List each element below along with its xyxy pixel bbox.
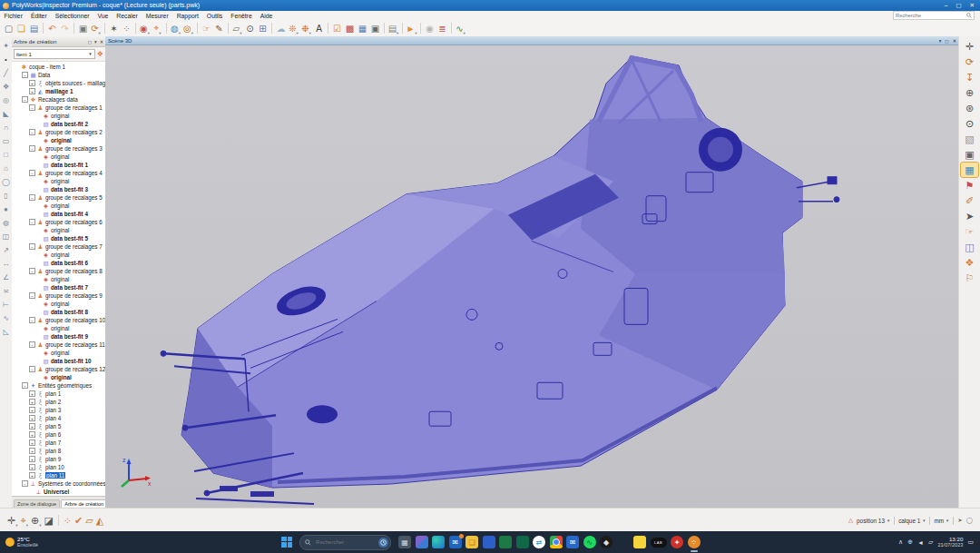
maximize-button[interactable]: ▢ bbox=[956, 2, 961, 9]
expand-toggle-icon[interactable]: + bbox=[29, 88, 35, 94]
probe-ball-icon[interactable]: ⌖▾ bbox=[20, 513, 27, 528]
menu-outils[interactable]: Outils bbox=[202, 13, 226, 19]
new-document-icon[interactable]: ▢ bbox=[3, 22, 15, 35]
refresh-icon[interactable]: ◯ bbox=[966, 517, 973, 524]
circle-tool-icon[interactable]: ◎ bbox=[1, 94, 12, 106]
item-selector[interactable]: item 1 ▼ bbox=[14, 49, 95, 59]
project-icon[interactable] bbox=[516, 536, 529, 548]
lab-app-icon[interactable]: LAB bbox=[651, 538, 667, 548]
alignment-target-icon[interactable]: ⊕▾ bbox=[31, 513, 41, 528]
tree-item[interactable]: −♟groupe de recalages 7 bbox=[12, 242, 105, 251]
visibility-eye-icon[interactable]: ⊙ bbox=[961, 116, 978, 131]
menu-editer[interactable]: Éditer bbox=[26, 13, 51, 19]
tree-item[interactable]: ◈original bbox=[12, 349, 105, 357]
distance-tool-icon[interactable]: ↔ bbox=[1, 258, 12, 270]
volume-icon[interactable]: ◄ bbox=[917, 539, 924, 546]
expand-toggle-icon[interactable]: + bbox=[29, 439, 35, 446]
network-icon[interactable]: ⊕ bbox=[907, 538, 913, 546]
widgets-icon[interactable] bbox=[416, 536, 428, 548]
edge-icon[interactable] bbox=[432, 536, 445, 548]
tree-item[interactable]: −♟groupe de recalages 12 bbox=[12, 365, 105, 373]
lasso-select-icon[interactable]: ▱▾ bbox=[231, 22, 243, 35]
validate-check-icon[interactable]: ✔ bbox=[74, 513, 83, 528]
vector-tool-icon[interactable]: ↗ bbox=[1, 244, 12, 256]
rectangle-tool-icon[interactable]: □ bbox=[1, 149, 12, 161]
tree-item[interactable]: +ξplan 2 bbox=[12, 398, 105, 406]
status-position[interactable]: position 13▼ bbox=[857, 518, 890, 524]
profile-tool-icon[interactable]: ∿ bbox=[1, 312, 12, 324]
expand-toggle-icon[interactable]: + bbox=[29, 390, 35, 397]
tree-item[interactable]: ✱coque - item 1 bbox=[12, 63, 105, 71]
collapse-toggle-icon[interactable]: − bbox=[29, 194, 35, 201]
align-axes-icon[interactable]: ✶ bbox=[108, 22, 120, 35]
tree-item[interactable]: ◈original bbox=[12, 373, 105, 381]
cylinder-tool-icon[interactable]: ▯ bbox=[1, 190, 12, 202]
tree-item[interactable]: ⟂Universel bbox=[12, 488, 105, 496]
tree-item[interactable]: −♟groupe de recalages 9 bbox=[12, 291, 105, 300]
spray-probe2-icon[interactable]: ❉▾ bbox=[300, 22, 312, 35]
undo-icon[interactable]: ↶ bbox=[46, 22, 58, 35]
chart-check-icon[interactable]: ∿▾ bbox=[455, 22, 466, 35]
tree-item[interactable]: +ξplan 4 bbox=[12, 414, 105, 422]
excel-icon[interactable] bbox=[499, 536, 512, 548]
brush-icon[interactable]: ✎ bbox=[213, 22, 225, 35]
tree-item[interactable]: ▧data best-fit 9 bbox=[12, 332, 105, 341]
black-app-icon[interactable]: ◆ bbox=[600, 536, 612, 548]
tree-item[interactable]: ▧data best-fit 6 bbox=[12, 259, 105, 267]
sphere-tool-icon[interactable]: ● bbox=[1, 203, 12, 215]
tree-item[interactable]: ◈original bbox=[12, 112, 105, 120]
tree-item[interactable]: ◈original bbox=[12, 153, 105, 161]
tree-item[interactable]: ▧data best-fit 5 bbox=[12, 234, 105, 242]
expand-toggle-icon[interactable]: + bbox=[29, 472, 35, 479]
zoom-dynamic-icon[interactable]: ⊛ bbox=[961, 101, 978, 115]
tree-item[interactable]: ◈original bbox=[12, 251, 105, 259]
status-layer[interactable]: calque 1▼ bbox=[898, 518, 926, 524]
tree-item[interactable]: +ξplan 10 bbox=[12, 463, 105, 471]
status-units[interactable]: mm▼ bbox=[934, 518, 949, 524]
tray-expand-icon[interactable]: ∧ bbox=[898, 538, 903, 546]
minimize-button[interactable]: – bbox=[945, 2, 948, 9]
calendar-table-icon[interactable]: ⊞ bbox=[257, 22, 269, 35]
collapse-toggle-icon[interactable]: − bbox=[29, 341, 35, 348]
pan-view-icon[interactable]: ✛ bbox=[961, 39, 978, 54]
weather-widget[interactable]: 25°C Ensoleillé bbox=[0, 537, 44, 548]
zoom-icon[interactable]: ⊙ bbox=[244, 22, 256, 35]
tree-item[interactable]: ◈original bbox=[12, 300, 105, 308]
tree-item[interactable]: −♟groupe de recalages 2 bbox=[12, 128, 105, 136]
tab-zone-de-dialogue[interactable]: Zone de dialogue bbox=[14, 499, 60, 508]
menu-mesurer[interactable]: Mesurer bbox=[142, 13, 172, 19]
collapse-toggle-icon[interactable]: − bbox=[29, 129, 35, 135]
viewport-menu-icon[interactable]: ▾ bbox=[939, 38, 942, 44]
point-tool-icon[interactable]: • bbox=[1, 54, 12, 65]
open-folder-icon[interactable]: ❏ bbox=[15, 22, 27, 35]
tree-item[interactable]: +ξplan 1 bbox=[12, 390, 105, 398]
scene-3d[interactable]: z x bbox=[105, 45, 959, 508]
tree-item[interactable]: +ξplan 6 bbox=[12, 430, 105, 439]
hand-pick-icon[interactable]: ☞ bbox=[961, 224, 978, 239]
tree-item[interactable]: −♟groupe de recalages 11 bbox=[12, 341, 105, 349]
tree-item[interactable]: −♟groupe de recalages 4 bbox=[12, 169, 105, 177]
tree-item[interactable]: −▦Data bbox=[12, 71, 105, 79]
viewport-close-icon[interactable]: ✕ bbox=[953, 38, 956, 44]
collapse-toggle-icon[interactable]: − bbox=[22, 96, 28, 103]
tree-item[interactable]: ▧data best-fit 2 bbox=[12, 120, 105, 128]
menu-rapport[interactable]: Rapport bbox=[172, 13, 202, 19]
collapse-toggle-icon[interactable]: − bbox=[22, 480, 28, 487]
ellipse-tool-icon[interactable]: ◯ bbox=[1, 176, 12, 188]
tree-item[interactable]: ▧data best-fit 4 bbox=[12, 210, 105, 218]
chrome-icon[interactable] bbox=[550, 536, 563, 548]
rotate-view-icon[interactable]: ⟳ bbox=[961, 54, 978, 69]
corner-tool-icon[interactable]: ◺ bbox=[1, 326, 12, 338]
onedrive-icon[interactable]: ▱ bbox=[928, 538, 933, 546]
menu-recaler[interactable]: Recaler bbox=[113, 13, 142, 19]
tree-item[interactable]: ▧data best-fit 3 bbox=[12, 185, 105, 193]
group-flag-icon[interactable]: ⚐ bbox=[961, 271, 978, 285]
tree-item[interactable]: ▧data best-fit 1 bbox=[12, 161, 105, 169]
tree-item[interactable]: +ξplan 8 bbox=[12, 447, 105, 455]
tree-item[interactable]: ◈original bbox=[12, 324, 105, 332]
zoom-in-icon[interactable]: ⊕ bbox=[961, 85, 978, 100]
expand-toggle-icon[interactable]: + bbox=[29, 448, 35, 454]
taskbar-search-input[interactable] bbox=[314, 538, 376, 546]
sequence-icon[interactable]: ≣ bbox=[436, 22, 448, 35]
collapse-toggle-icon[interactable]: − bbox=[22, 382, 28, 389]
